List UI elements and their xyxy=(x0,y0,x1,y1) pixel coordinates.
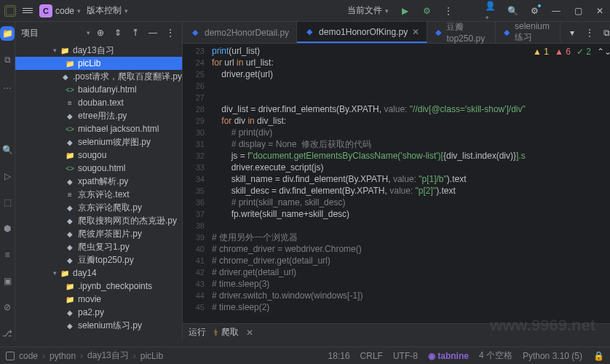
tool-window-toggle-icon[interactable] xyxy=(4,5,16,17)
tree-item[interactable]: 📁.ipynb_checkpoints xyxy=(15,280,182,293)
problems-tool-icon[interactable]: ⊘ xyxy=(0,300,15,314)
run-config-selector[interactable]: 当前文件 ▾ xyxy=(347,4,389,17)
tree-item[interactable]: ◆爬虫复习1.py xyxy=(15,240,182,253)
hide-icon[interactable]: — xyxy=(147,27,159,39)
restore-icon[interactable]: ▢ xyxy=(572,5,584,17)
inspection-badges[interactable]: ▲ 1 ▲ 6 ✓ 2 ⌃⌄ xyxy=(533,47,610,57)
main: 📁 ⧉ … 🔍 ▷ ⬚ ⬢ ≡ ▣ ⊘ ⎇ 项目 ▾ ⊕ ⇕ ⤒ — ⋮ ▾📁d… xyxy=(0,22,610,341)
indent-status[interactable]: 4 个空格 xyxy=(479,349,512,362)
svg-rect-0 xyxy=(7,7,15,15)
close-icon[interactable]: ✕ xyxy=(412,27,419,37)
code-area[interactable]: ▲ 1 ▲ 6 ✓ 2 ⌃⌄ 2324252627282930313233343… xyxy=(183,44,610,323)
project-selector[interactable]: C code ▾ xyxy=(39,4,81,17)
project-badge-icon: C xyxy=(39,4,52,17)
more-icon[interactable]: ⋮ xyxy=(165,27,176,39)
file-encoding[interactable]: UTF-8 xyxy=(393,351,418,361)
run-config-name: 爬取 xyxy=(221,326,239,339)
caret-position[interactable]: 18:16 xyxy=(328,351,350,361)
chevron-down-icon[interactable]: ▾ xyxy=(566,27,578,39)
tree-item[interactable]: ≡京东评论.text xyxy=(15,188,182,201)
tree-item[interactable]: ≡douban.text xyxy=(15,96,182,109)
tree-item[interactable]: ◆etree用法.py xyxy=(15,109,182,122)
editor-tab[interactable]: ◆demo2HonorDetail.py xyxy=(183,22,297,43)
run-tool-window-header: 运行 ⚕ 爬取 ✕ xyxy=(183,323,610,341)
tree-item[interactable]: ◆.post请求，爬取百度翻译.py xyxy=(15,70,182,83)
typo-badge[interactable]: ✓ 2 xyxy=(577,47,591,57)
close-icon[interactable]: ✕ xyxy=(594,5,606,17)
bookmarks-tool-icon[interactable]: … xyxy=(0,79,15,93)
breadcrumb[interactable]: code›python›day13自习›picLib xyxy=(19,349,163,362)
chevron-down-icon: ▾ xyxy=(124,7,128,15)
vcs-tool-icon[interactable]: ⎇ xyxy=(0,326,15,341)
editor: ◆demo2HonorDetail.py◆demo1HonorOfKing.py… xyxy=(183,22,610,341)
search-icon[interactable]: 🔍 xyxy=(507,5,518,17)
project-name: code xyxy=(55,6,74,16)
collapse-all-icon[interactable]: ⤒ xyxy=(130,27,141,39)
run-icon[interactable]: ▶ xyxy=(399,5,411,17)
more-icon[interactable]: ⋮ xyxy=(584,27,595,39)
tree-item[interactable]: ▾📁day13自习 xyxy=(15,44,182,57)
line-ending[interactable]: CRLF xyxy=(360,351,383,361)
crumb[interactable]: python xyxy=(49,351,76,361)
editor-tab[interactable]: ◆豆瓣top250.py xyxy=(427,22,496,43)
python-packages-icon[interactable]: ⬚ xyxy=(0,195,15,210)
editor-tab[interactable]: ◆selenium练习 xyxy=(496,22,561,43)
activity-bar: 📁 ⧉ … 🔍 ▷ ⬚ ⬢ ≡ ▣ ⊘ ⎇ xyxy=(0,22,15,341)
tree-item[interactable]: ◆pa2.py xyxy=(15,306,182,319)
chevron-down-icon[interactable]: ▾ xyxy=(87,29,90,36)
search-tool-icon[interactable]: 🔍 xyxy=(0,143,15,157)
python-icon: ⚕ xyxy=(213,328,218,338)
tree-item[interactable]: 📁movie xyxy=(15,293,182,306)
tree-item[interactable]: ◆爬彼岸茶图片.py xyxy=(15,227,182,240)
tree-item[interactable]: ◆selenium彼岸图.py xyxy=(15,135,182,149)
services-tool-icon[interactable]: ⬢ xyxy=(0,221,15,236)
crumb[interactable]: code xyxy=(19,351,38,361)
terminal-tool-icon[interactable]: ▣ xyxy=(0,274,15,288)
minimize-icon[interactable]: — xyxy=(550,5,562,17)
python-console-icon[interactable]: ≡ xyxy=(0,248,15,262)
tree-item[interactable]: ◆豆瓣top250.py xyxy=(15,253,182,266)
crumb[interactable]: picLib xyxy=(140,351,163,361)
tree-item[interactable]: 📁sougou xyxy=(15,149,182,162)
editor-tab[interactable]: ◆demo1HonorOfKing.py✕ xyxy=(297,22,427,43)
tool-window-icon[interactable] xyxy=(6,352,15,360)
tree-item[interactable]: 📁picLib xyxy=(15,57,182,70)
tree-item[interactable]: ▾📁day14 xyxy=(15,266,182,280)
titlebar: C code ▾ 版本控制 ▾ 当前文件 ▾ ▶ ⚙ ⋮ 👤₊ 🔍 ⚙ — ▢ … xyxy=(0,0,610,22)
structure-tool-icon[interactable]: ⧉ xyxy=(0,52,15,67)
debug-icon[interactable]: ⚙ xyxy=(421,5,432,17)
lock-icon[interactable]: 🔒 xyxy=(593,350,604,362)
error-badge[interactable]: ▲ 6 xyxy=(555,47,571,57)
tree-item[interactable]: <>sougou.html xyxy=(15,162,182,175)
select-opened-file-icon[interactable]: ⊕ xyxy=(95,27,106,39)
tabnine-status[interactable]: ◉ tabnine xyxy=(428,351,469,361)
run-config-tab[interactable]: ⚕ 爬取 xyxy=(213,326,239,339)
interpreter-status[interactable]: Python 3.10 (5) xyxy=(523,351,582,361)
settings-icon[interactable]: ⚙ xyxy=(528,5,540,17)
sidebar-header: 项目 ▾ ⊕ ⇕ ⤒ — ⋮ xyxy=(15,22,182,44)
vcs-menu[interactable]: 版本控制 ▾ xyxy=(87,4,128,17)
warning-badge[interactable]: ▲ 1 xyxy=(533,47,549,57)
file-tree[interactable]: ▾📁day13自习📁picLib◆.post请求，爬取百度翻译.py<>baid… xyxy=(15,44,182,341)
main-menu-icon[interactable] xyxy=(22,5,33,17)
tree-item[interactable]: ◆爬取搜狗网页的杰克逊.py xyxy=(15,214,182,227)
more-icon[interactable]: ⋮ xyxy=(443,5,454,17)
split-icon[interactable]: ⧉ xyxy=(601,27,610,39)
project-tool-icon[interactable]: 📁 xyxy=(0,26,15,41)
run-config-label: 当前文件 xyxy=(347,4,382,17)
tree-item[interactable]: ◆xpath解析.py xyxy=(15,175,182,188)
crumb[interactable]: day13自习 xyxy=(87,349,129,362)
tree-item[interactable]: ◆京东评论爬取.py xyxy=(15,201,182,214)
tree-item[interactable]: ◆selenium练习.py xyxy=(15,319,182,332)
code-content[interactable]: print(url_list)for url in url_list: driv… xyxy=(212,44,610,323)
run-tab-label[interactable]: 运行 xyxy=(189,326,206,339)
sidebar-title: 项目 xyxy=(21,27,82,39)
expand-all-icon[interactable]: ⇕ xyxy=(112,27,124,39)
line-gutter[interactable]: 2324252627282930313233343536373839404142… xyxy=(183,44,212,323)
tree-item[interactable]: <>michael jackson.html xyxy=(15,122,182,135)
tree-item[interactable]: <>baidufanyi.html xyxy=(15,83,182,96)
collaborate-icon[interactable]: 👤₊ xyxy=(485,5,496,17)
run-tool-icon[interactable]: ▷ xyxy=(0,169,15,183)
close-icon[interactable]: ✕ xyxy=(246,328,253,338)
scroll-indicator-icon[interactable]: ⌃⌄ xyxy=(597,47,610,57)
